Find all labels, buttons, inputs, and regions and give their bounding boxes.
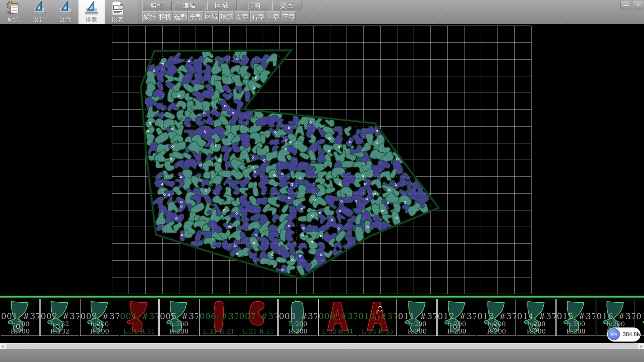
- piece-label: 012_#37: [438, 311, 476, 321]
- horizontal-scrollbar[interactable]: < >: [0, 343, 644, 349]
- piece-counts: L:32 R:31: [319, 327, 357, 335]
- tab-report[interactable]: 报表: [105, 0, 131, 24]
- pieces-strip: 001_#37 L:700 R:700 002_#37 L:132 R:132 …: [0, 296, 644, 337]
- tool-region[interactable]: 区域: [204, 11, 219, 22]
- ruler-laptop-icon: [32, 0, 47, 16]
- main-tab-bar: 系统 设计 设置 排版 报表: [0, 0, 137, 24]
- piece-thumbnail-011[interactable]: 011_#37 L:200 R:200: [398, 299, 437, 336]
- piece-label: 011_#37: [398, 311, 436, 321]
- menu-row-2: 聚排相机选割全割区域瑕疵左靠右靠上靠下靠: [142, 11, 296, 22]
- tab-design[interactable]: 设计: [26, 0, 52, 24]
- piece-label: 008_#37: [279, 311, 317, 321]
- piece-counts: L:31 R:31: [239, 327, 277, 335]
- piece-counts: L:700 R:700: [1, 320, 39, 335]
- scroll-left-button[interactable]: <: [0, 344, 6, 349]
- piece-label: 010_#37: [358, 311, 396, 321]
- app-window: 系统 设计 设置 排版 报表 属性编辑区域排料交互 聚排相机选割全割区域瑕疵左靠…: [0, 0, 644, 362]
- memory-badge: 38% 384.8M: [607, 327, 641, 342]
- piece-thumbnail-009[interactable]: 009_#37 L:32 R:31: [318, 299, 357, 336]
- piece-counts: L:200 R:200: [517, 320, 555, 335]
- tab-settings[interactable]: 设置: [52, 0, 78, 24]
- tool-camera[interactable]: 相机: [158, 11, 172, 22]
- menu-edit[interactable]: 编辑: [175, 1, 204, 10]
- piece-label: 003_#37: [80, 311, 119, 321]
- piece-label: 017_#37: [636, 311, 644, 321]
- piece-thumbnail-001[interactable]: 001_#37 L:700 R:700: [1, 299, 40, 336]
- piece-thumbnail-003[interactable]: 003_#37 L:200 R:200: [80, 299, 119, 336]
- piece-counts: L:200 R:200: [160, 320, 198, 335]
- piece-counts: L:200 R:200: [279, 320, 317, 335]
- ruler-laptop-icon: [58, 0, 73, 16]
- piece-label: 014_#37: [517, 311, 555, 321]
- progress-circle: 38%: [608, 328, 620, 340]
- piece-thumbnail-007[interactable]: 007_#37 L:31 R:31: [239, 299, 278, 336]
- menu-interactive[interactable]: 交互: [272, 1, 302, 10]
- ruler-laptop-icon: [84, 0, 99, 16]
- piece-counts: L:200 R:200: [438, 320, 476, 335]
- close-button[interactable]: ×: [633, 1, 643, 10]
- menu-region[interactable]: 区域: [207, 1, 237, 10]
- piece-label: 006_#37: [200, 311, 238, 321]
- piece-counts: L:132 R:132: [41, 320, 79, 335]
- tool-cut-all[interactable]: 全割: [189, 11, 203, 22]
- piece-counts: L:21 R:21: [200, 327, 238, 335]
- piece-thumbnail-015[interactable]: 015_#37 L:200 R:200: [556, 299, 595, 336]
- piece-counts: L:200 R:200: [557, 320, 595, 335]
- strip-separator: [0, 296, 644, 298]
- piece-thumbnail-014[interactable]: 014_#37 L:200 R:200: [517, 299, 556, 336]
- tool-cluster-nest[interactable]: 聚排: [142, 11, 157, 22]
- tool-select-cut[interactable]: 选割: [173, 11, 188, 22]
- piece-label: 001_#37: [1, 311, 39, 321]
- piece-counts: L:31 R:31: [120, 327, 158, 335]
- piece-thumbnail-006[interactable]: 006_#37 L:21 R:21: [199, 299, 238, 336]
- piece-label: 016_#37: [596, 311, 635, 321]
- menu-row-1: 属性编辑区域排料交互: [142, 1, 302, 10]
- piece-label: 009_#37: [319, 311, 357, 321]
- piece-label: 015_#37: [557, 311, 595, 321]
- piece-counts: L:200 R:200: [80, 320, 119, 335]
- piece-thumbnail-002[interactable]: 002_#37 L:132 R:132: [40, 299, 79, 336]
- piece-thumbnail-004[interactable]: 004_#37 L:31 R:31: [120, 299, 159, 336]
- piece-counts: L:33 R:33: [358, 327, 396, 335]
- tool-snap-top[interactable]: 上靠: [266, 11, 280, 22]
- nesting-canvas[interactable]: [0, 24, 644, 296]
- toolbar: 系统 设计 设置 排版 报表 属性编辑区域排料交互 聚排相机选割全割区域瑕疵左靠…: [0, 0, 644, 24]
- system-gear-icon: [5, 0, 21, 16]
- piece-thumbnail-008[interactable]: 008_#37 L:200 R:200: [278, 299, 317, 336]
- menu-nesting[interactable]: 排料: [240, 1, 269, 10]
- tool-snap-bottom[interactable]: 下靠: [281, 11, 296, 22]
- piece-label: 002_#37: [41, 311, 79, 321]
- piece-thumbnail-013[interactable]: 013_#37 L:200 R:200: [477, 299, 516, 336]
- piece-counts: L:200 R:200: [398, 320, 436, 335]
- tool-snap-right[interactable]: 右靠: [250, 11, 265, 22]
- piece-label: 005_#37: [160, 311, 198, 321]
- tool-defect[interactable]: 瑕疵: [219, 11, 234, 22]
- piece-label: 007_#37: [239, 311, 277, 321]
- tab-system[interactable]: 系统: [0, 0, 26, 24]
- piece-label: 004_#37: [120, 311, 158, 321]
- piece-thumbnail-005[interactable]: 005_#37 L:200 R:200: [159, 299, 198, 336]
- tool-snap-left[interactable]: 左靠: [235, 11, 250, 22]
- piece-thumbnail-010[interactable]: 010_#37 L:33 R:33: [358, 299, 397, 336]
- window-controls: — ×: [621, 1, 643, 10]
- minimize-button[interactable]: —: [621, 1, 631, 10]
- status-bar: [0, 349, 644, 362]
- scroll-right-button[interactable]: >: [638, 344, 644, 349]
- canvas-svg: [0, 24, 644, 296]
- menu-properties[interactable]: 属性: [142, 1, 172, 10]
- memory-value: 384.8M: [623, 327, 642, 342]
- piece-thumbnail-012[interactable]: 012_#37 L:200 R:200: [437, 299, 476, 336]
- piece-counts: L:200 R:200: [477, 320, 516, 335]
- report-doc-icon: [110, 0, 125, 16]
- piece-label: 013_#37: [477, 311, 516, 321]
- tab-layout[interactable]: 排版: [78, 0, 105, 24]
